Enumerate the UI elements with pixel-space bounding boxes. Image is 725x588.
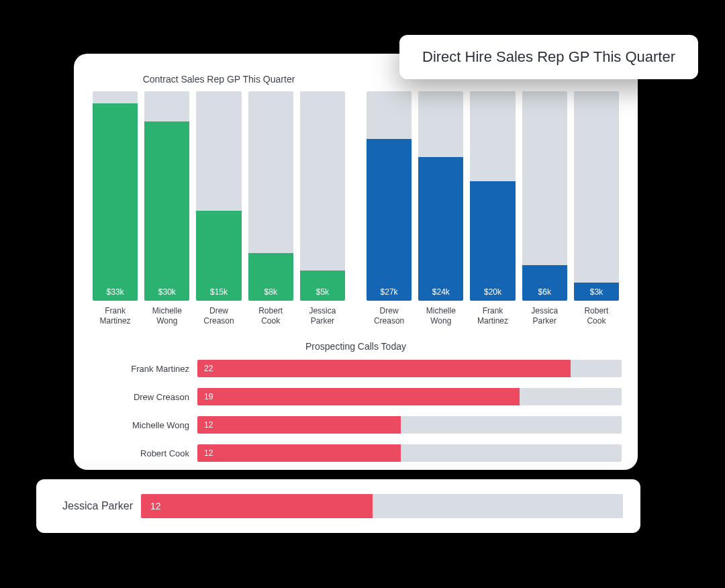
bar-label: JessicaParker: [300, 306, 345, 329]
row-value: 12: [150, 501, 161, 511]
row-track: 12: [197, 416, 622, 434]
bar-track: $8k: [248, 91, 293, 301]
row-label: Drew Creason: [90, 392, 197, 402]
bar-column: $30kMichelleWong: [144, 91, 189, 329]
bar-fill: $6k: [522, 265, 567, 301]
bar-column: $20kFrankMartinez: [470, 91, 515, 329]
row-label: Robert Cook: [90, 448, 197, 458]
bar-fill: $3k: [574, 283, 619, 301]
bar-column: $3kRobertCook: [574, 91, 619, 329]
bar-column: $33kFrankMartinez: [93, 91, 138, 329]
float-row-card: Jessica Parker 12: [36, 479, 640, 533]
bar-fill: $33k: [93, 103, 138, 301]
bar-label: RobertCook: [248, 306, 293, 329]
row-fill: 12: [197, 444, 401, 462]
bar-label: DrewCreason: [367, 306, 412, 329]
row-fill: 19: [197, 388, 520, 405]
bar-track: $30k: [144, 91, 189, 301]
row-track: 22: [197, 360, 622, 377]
bar-label: FrankMartinez: [470, 306, 515, 329]
bar-track: $3k: [574, 91, 619, 301]
row-fill: 22: [197, 360, 571, 377]
float-title-card: Direct Hire Sales Rep GP This Quarter: [399, 35, 698, 79]
row-fill: 12: [141, 494, 373, 518]
bar-track: $20k: [470, 91, 515, 301]
row-label: Frank Martinez: [90, 364, 197, 374]
bar-label: FrankMartinez: [93, 306, 138, 329]
bar-fill: $5k: [300, 271, 345, 301]
bar-fill: $24k: [418, 157, 463, 301]
bar-track: $15k: [196, 91, 241, 301]
chart-row: Michelle Wong12: [90, 415, 622, 435]
row-label: Jessica Parker: [54, 500, 141, 512]
top-charts-row: Contract Sales Rep GP This Quarter $33kF…: [90, 74, 622, 329]
bar-label: RobertCook: [574, 306, 619, 329]
chart-rows: Frank Martinez22Drew Creason19Michelle W…: [90, 358, 622, 463]
bar-track: $24k: [418, 91, 463, 301]
bar-column: $15kDrewCreason: [196, 91, 241, 329]
chart-title: Contract Sales Rep GP This Quarter: [90, 74, 348, 91]
bar-column: $24kMichelleWong: [418, 91, 463, 329]
bar-column: $6kJessicaParker: [522, 91, 567, 329]
chart-row: Frank Martinez22: [90, 358, 622, 379]
bar-label: MichelleWong: [418, 306, 463, 329]
row-track: 12: [141, 494, 623, 518]
row-fill: 12: [197, 416, 401, 434]
bar-label: MichelleWong: [144, 306, 189, 329]
row-track: 19: [197, 388, 622, 405]
chart-bars: $33kFrankMartinez$30kMichelleWong$15kDre…: [90, 91, 348, 329]
bar-track: $5k: [300, 91, 345, 301]
bar-label: DrewCreason: [196, 306, 241, 329]
bar-track: $27k: [367, 91, 412, 301]
chart-bars: $27kDrewCreason$24kMichelleWong$20kFrank…: [364, 91, 622, 329]
chart-row: Robert Cook12: [90, 443, 622, 463]
bar-fill: $20k: [470, 181, 515, 301]
bar-track: $6k: [522, 91, 567, 301]
bar-track: $33k: [93, 91, 138, 301]
prospecting-calls-chart: Prospecting Calls Today Frank Martinez22…: [90, 341, 622, 463]
contract-gp-chart: Contract Sales Rep GP This Quarter $33kF…: [90, 74, 348, 329]
bar-fill: $27k: [367, 139, 412, 301]
direct-hire-gp-chart: $27kDrewCreason$24kMichelleWong$20kFrank…: [364, 74, 622, 329]
bar-fill: $30k: [144, 121, 189, 301]
chart-title: Prospecting Calls Today: [90, 341, 622, 352]
bar-column: $5kJessicaParker: [300, 91, 345, 329]
bar-label: JessicaParker: [522, 306, 567, 329]
bar-column: $8kRobertCook: [248, 91, 293, 329]
bar-fill: $15k: [196, 211, 241, 301]
row-track: 12: [197, 444, 622, 462]
chart-row: Drew Creason19: [90, 387, 622, 407]
bar-column: $27kDrewCreason: [367, 91, 412, 329]
row-label: Michelle Wong: [90, 420, 197, 430]
dashboard-card: Contract Sales Rep GP This Quarter $33kF…: [74, 54, 638, 470]
bar-fill: $8k: [248, 253, 293, 301]
